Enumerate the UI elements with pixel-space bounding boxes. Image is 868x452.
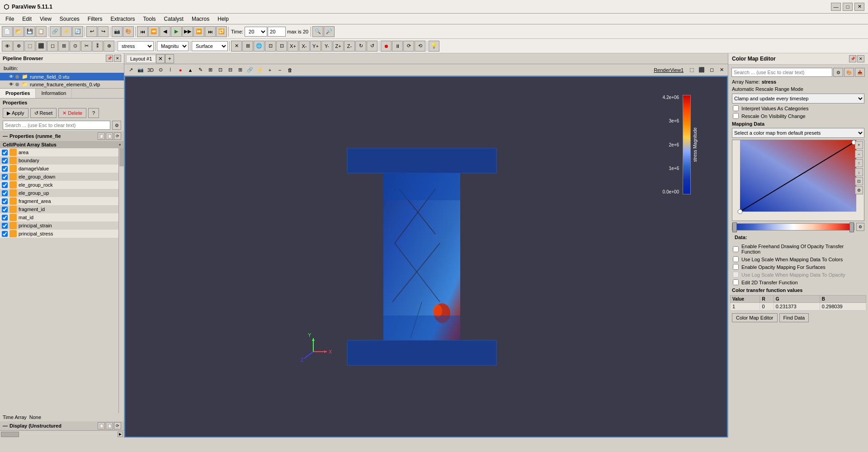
pipeline-pin-btn[interactable]: 📌 [106,55,113,62]
section-paste-btn[interactable]: 📋 [106,132,113,140]
visibility-icon-vtu[interactable]: 👁 [9,74,14,79]
section-toggle-icon[interactable]: — [3,133,8,139]
vp-minus-btn[interactable]: − [275,66,284,75]
connect-button[interactable]: 🔗 [50,26,61,37]
cme-colorbar-strip[interactable] [732,223,854,231]
cme-search-input[interactable] [731,68,832,77]
vp-select4-btn[interactable]: ⊞ [236,66,245,75]
hscroll-thumb[interactable] [1,432,19,437]
new-button[interactable]: 📄 [2,26,13,37]
display-refresh-btn[interactable]: ⟳ [114,422,121,429]
apply-button[interactable]: ▶ Apply [3,108,28,118]
cme-log-scale-checkbox[interactable] [733,256,739,262]
menu-sources[interactable]: Sources [56,15,83,23]
yplus-btn[interactable]: Y+ [310,41,321,52]
array-list-scrollbar[interactable] [118,148,124,413]
cme-close-btn[interactable]: ✕ [857,55,864,62]
maximize-button[interactable]: □ [843,3,853,11]
next-frame-button[interactable]: ⏩ [193,26,204,37]
array-checkbox-principal-strain[interactable] [2,223,8,229]
search-button[interactable]: 🔍 [312,26,323,37]
reset-session-button[interactable]: 🔄 [72,26,83,37]
loop-button[interactable]: 🔁 [216,26,227,37]
vp-edit-btn[interactable]: ✎ [196,66,205,75]
pipeline-close-btn[interactable]: ✕ [114,55,121,62]
color-button[interactable]: 🎨 [123,26,134,37]
array-checkbox-boundary[interactable] [2,158,8,164]
visibility-icon-vtp[interactable]: 👁 [9,82,14,87]
last-frame-button[interactable]: ⏭ [205,26,216,37]
vp-triangle-btn[interactable]: ▲ [186,66,195,75]
zoom-fit-btn[interactable]: ⊡ [276,41,287,52]
camera-button[interactable]: 📷 [112,26,123,37]
colorbar-settings-btn[interactable]: ⚙ [856,223,864,231]
vp-red-btn[interactable]: ● [176,66,185,75]
layout-tab[interactable]: Layout #1 [126,55,156,63]
menu-help[interactable]: Help [214,15,232,23]
surface-select[interactable]: Surface [192,41,228,51]
globe-btn[interactable]: 🌐 [254,41,264,52]
array-checkbox-area[interactable] [2,150,8,155]
box-button[interactable]: ⬚ [24,41,35,52]
box2-button[interactable]: ⬛ [36,41,47,52]
vp-interact-btn[interactable]: ↗ [126,66,135,75]
xplus-btn[interactable]: X+ [288,41,298,52]
yminus-btn[interactable]: Y- [321,41,332,52]
vp-select2-btn[interactable]: ⊡ [216,66,225,75]
colorbar-left-handle[interactable] [732,222,737,232]
cme-auto-rescale-select[interactable]: Clamp and update every timestep [732,94,864,104]
tab-properties[interactable]: Properties [0,89,36,98]
display-toggle-icon[interactable]: — [3,423,8,428]
preview-btn1[interactable]: + [855,141,863,149]
redo-button[interactable]: ↪ [98,26,108,37]
preview-btn6[interactable]: ⚙ [855,186,863,194]
cme-import-btn[interactable]: 📥 [855,68,865,77]
time-input[interactable] [268,27,286,37]
vp-link-btn[interactable]: 🔗 [245,66,255,75]
select-surface-btn[interactable]: ⊞ [242,41,253,52]
prev-frame-button[interactable]: ⏪ [148,26,159,37]
zminus-btn[interactable]: Z- [344,41,355,52]
close-layout-btn[interactable]: ✕ [156,54,165,63]
vp-trash-btn[interactable]: 🗑 [285,66,294,75]
properties-search-btn[interactable]: ⚙ [112,121,121,130]
vp-layout3-btn[interactable]: ◻ [707,66,716,75]
preview-btn5[interactable]: ⊡ [855,177,863,185]
array-select[interactable]: stress [118,41,154,51]
vp-sphere-btn[interactable]: ⊙ [156,66,165,75]
array-checkbox-principal-stress[interactable] [2,231,8,237]
record-btn[interactable]: ⏺ [381,41,392,52]
preview-btn2[interactable]: − [855,150,863,158]
scatter-button[interactable]: ⁑ [92,41,103,52]
menu-extractors[interactable]: Extractors [107,15,139,23]
vp-plus-btn[interactable]: + [265,66,274,75]
menu-edit[interactable]: Edit [19,15,35,23]
refresh2-btn[interactable]: ⟲ [415,41,425,52]
box4-button[interactable]: ⊞ [58,41,69,52]
minimize-button[interactable]: — [831,3,841,11]
cme-preset-select[interactable]: Select a color map from default presets [732,128,864,138]
refresh-btn[interactable]: ⟳ [403,41,414,52]
eye-button[interactable]: 👁 [2,41,13,52]
first-frame-button[interactable]: ⏮ [137,26,148,37]
vp-select3-btn[interactable]: ⊟ [226,66,235,75]
add-layout-btn[interactable]: + [165,54,174,63]
vp-layout2-btn[interactable]: ⬛ [697,66,706,75]
play-button[interactable]: ▶ [171,26,182,37]
ellipse-button[interactable]: ⊙ [70,41,80,52]
preview-btn3[interactable]: ↑ [855,159,863,167]
undo-button[interactable]: ↩ [86,26,97,37]
menu-file[interactable]: File [2,15,18,23]
vp-select-btn[interactable]: ⊞ [206,66,215,75]
cme-rescale-visibility-checkbox[interactable] [733,113,739,119]
array-checkbox-ele-up[interactable] [2,190,8,196]
cme-interpret-checkbox[interactable] [733,105,739,111]
cme-pin-btn[interactable]: 📌 [849,55,856,62]
left-panel-hscroll[interactable]: ▶ [0,430,124,438]
pipeline-item-vtp[interactable]: 👁 📁 runme_fracture_elements_0.vtp [0,80,124,88]
rotm90-btn[interactable]: ↺ [367,41,377,52]
eye2-button[interactable]: ⊕ [13,41,24,52]
time-select[interactable]: 20 [245,27,267,37]
array-checkbox-ele-down[interactable] [2,174,8,180]
cme-edit-2d-checkbox[interactable] [733,279,739,285]
